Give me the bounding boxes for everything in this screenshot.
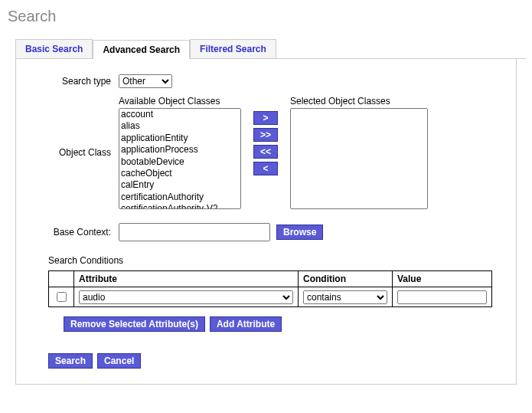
add-all-button[interactable]: >> [253, 128, 278, 142]
base-context-input[interactable] [119, 223, 270, 241]
tab-filtered-search[interactable]: Filtered Search [190, 39, 276, 58]
search-conditions-label: Search Conditions [48, 255, 505, 266]
search-type-select[interactable]: Other [119, 74, 172, 88]
row-checkbox[interactable] [57, 292, 67, 302]
selected-classes-header: Selected Object Classes [290, 96, 428, 107]
base-context-label: Base Context: [27, 227, 119, 238]
browse-button[interactable]: Browse [276, 225, 323, 240]
search-button[interactable]: Search [48, 353, 93, 369]
value-input[interactable] [397, 290, 487, 304]
available-classes-header: Available Object Classes [119, 96, 241, 107]
tab-advanced-search[interactable]: Advanced Search [93, 40, 190, 59]
conditions-table: Attribute Condition Value audio contains [48, 270, 492, 307]
table-row: audio contains [49, 287, 492, 307]
page-title: Search [8, 8, 526, 25]
add-attribute-button[interactable]: Add Attribute [210, 316, 282, 332]
remove-button[interactable]: < [253, 162, 278, 175]
header-attribute: Attribute [74, 271, 299, 287]
attribute-select[interactable]: audio [79, 290, 293, 304]
remove-all-button[interactable]: << [253, 145, 278, 159]
condition-select[interactable]: contains [303, 290, 387, 304]
header-condition: Condition [299, 271, 393, 287]
selected-classes-list[interactable] [290, 108, 428, 209]
advanced-search-panel: Search type Other Object Class Available… [15, 59, 517, 385]
tab-bar: Basic Search Advanced Search Filtered Se… [15, 39, 526, 59]
remove-attribute-button[interactable]: Remove Selected Attribute(s) [64, 316, 205, 332]
available-classes-list[interactable]: account alias applicationEntity applicat… [119, 108, 241, 209]
cancel-button[interactable]: Cancel [97, 353, 141, 369]
tab-basic-search[interactable]: Basic Search [15, 39, 93, 58]
table-header-row: Attribute Condition Value [49, 271, 492, 287]
search-type-label: Search type [27, 76, 119, 87]
header-value: Value [393, 271, 492, 287]
object-class-label: Object Class [27, 147, 119, 158]
add-button[interactable]: > [253, 111, 278, 125]
